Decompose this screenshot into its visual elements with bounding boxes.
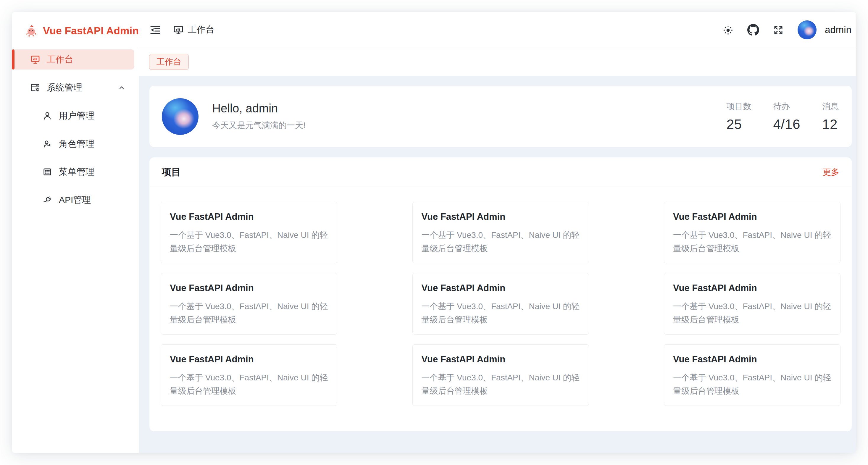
breadcrumb-label: 工作台	[188, 24, 215, 36]
project-description: 一个基于 Vue3.0、FastAPI、Naive UI 的轻量级后台管理模板	[673, 229, 831, 255]
theme-sun-icon[interactable]	[722, 24, 734, 35]
workbench-monitor-icon	[173, 25, 184, 35]
sidebar-item-label: 菜单管理	[59, 166, 94, 178]
stat-label: 消息	[822, 101, 839, 112]
project-title: Vue FastAPI Admin	[170, 283, 328, 293]
projects-grid: Vue FastAPI Admin 一个基于 Vue3.0、FastAPI、Na…	[149, 187, 852, 431]
project-card[interactable]: Vue FastAPI Admin 一个基于 Vue3.0、FastAPI、Na…	[664, 344, 840, 406]
user-avatar[interactable]	[798, 21, 816, 39]
sidebar-menu: 工作台 系统管理 用户管理 角色管理 菜单管理 API管理	[12, 50, 139, 210]
project-title: Vue FastAPI Admin	[673, 212, 831, 222]
projects-card: 项目 更多 Vue FastAPI Admin 一个基于 Vue3.0、Fast…	[149, 157, 852, 431]
role-icon	[42, 139, 52, 149]
sidebar-item-label: 角色管理	[59, 138, 94, 150]
tag-workbench[interactable]: 工作台	[149, 54, 189, 70]
workbench-monitor-icon	[30, 55, 40, 64]
stats: 项目数 25 待办 4/16 消息 12	[726, 101, 839, 132]
sidebar-item-label: 工作台	[47, 54, 73, 66]
chevron-up-icon[interactable]	[117, 83, 126, 92]
sidebar-item-roles[interactable]: 角色管理	[12, 134, 134, 154]
stat-messages: 消息 12	[822, 101, 839, 132]
sidebar-item-label: 系统管理	[47, 82, 82, 94]
project-card[interactable]: Vue FastAPI Admin 一个基于 Vue3.0、FastAPI、Na…	[412, 344, 589, 406]
tag-bar: 工作台	[139, 48, 856, 76]
stat-value: 4/16	[773, 116, 800, 132]
project-description: 一个基于 Vue3.0、FastAPI、Naive UI 的轻量级后台管理模板	[170, 300, 328, 327]
project-title: Vue FastAPI Admin	[422, 212, 580, 222]
projects-header: 项目 更多	[149, 157, 852, 187]
user-avatar-large	[162, 98, 198, 135]
stat-value: 25	[726, 116, 751, 132]
sidebar-item-api[interactable]: API管理	[12, 190, 134, 210]
project-description: 一个基于 Vue3.0、FastAPI、Naive UI 的轻量级后台管理模板	[673, 371, 831, 398]
header: 工作台 admin	[139, 12, 856, 48]
project-card[interactable]: Vue FastAPI Admin 一个基于 Vue3.0、FastAPI、Na…	[412, 202, 589, 263]
project-card[interactable]: Vue FastAPI Admin 一个基于 Vue3.0、FastAPI、Na…	[412, 273, 589, 335]
stat-label: 项目数	[726, 101, 751, 112]
fullscreen-icon[interactable]	[773, 24, 784, 35]
stat-projects: 项目数 25	[726, 101, 751, 132]
stat-todos: 待办 4/16	[773, 101, 800, 132]
api-plug-icon	[42, 195, 52, 205]
project-title: Vue FastAPI Admin	[673, 283, 831, 293]
project-card[interactable]: Vue FastAPI Admin 一个基于 Vue3.0、FastAPI、Na…	[664, 202, 840, 263]
project-description: 一个基于 Vue3.0、FastAPI、Naive UI 的轻量级后台管理模板	[422, 371, 580, 398]
greeting-subtitle: 今天又是元气满满的一天!	[212, 120, 306, 131]
user-icon	[42, 111, 52, 121]
project-card[interactable]: Vue FastAPI Admin 一个基于 Vue3.0、FastAPI、Na…	[161, 273, 337, 335]
username[interactable]: admin	[825, 24, 851, 35]
project-description: 一个基于 Vue3.0、FastAPI、Naive UI 的轻量级后台管理模板	[422, 300, 580, 327]
project-title: Vue FastAPI Admin	[170, 212, 328, 222]
collapse-sidebar-icon[interactable]	[149, 24, 161, 36]
project-description: 一个基于 Vue3.0、FastAPI、Naive UI 的轻量级后台管理模板	[422, 229, 580, 255]
project-card[interactable]: Vue FastAPI Admin 一个基于 Vue3.0、FastAPI、Na…	[664, 273, 840, 335]
app-title: Vue FastAPI Admin	[43, 25, 139, 37]
app-logo[interactable]: Vue FastAPI Admin	[12, 12, 139, 50]
project-title: Vue FastAPI Admin	[170, 354, 328, 365]
chick-logo-icon	[25, 22, 38, 40]
sidebar-item-label: 用户管理	[59, 110, 94, 122]
github-icon[interactable]	[747, 24, 759, 36]
system-settings-icon	[30, 83, 40, 93]
sidebar-item-users[interactable]: 用户管理	[12, 105, 134, 126]
project-title: Vue FastAPI Admin	[422, 283, 580, 293]
project-card[interactable]: Vue FastAPI Admin 一个基于 Vue3.0、FastAPI、Na…	[161, 202, 337, 263]
active-indicator	[12, 50, 14, 69]
stat-value: 12	[822, 116, 839, 132]
header-actions: admin	[722, 21, 851, 39]
greeting-title: Hello, admin	[212, 102, 306, 115]
sidebar-item-workbench[interactable]: 工作台	[12, 50, 134, 69]
greeting-text: Hello, admin 今天又是元气满满的一天!	[212, 102, 306, 131]
menu-list-icon	[42, 167, 52, 177]
greeting-card: Hello, admin 今天又是元气满满的一天! 项目数 25 待办 4/16…	[149, 86, 852, 147]
app-window: Vue FastAPI Admin 工作台 系统管理 用户管理 角色管理	[12, 12, 856, 453]
project-title: Vue FastAPI Admin	[673, 354, 831, 365]
breadcrumb[interactable]: 工作台	[173, 24, 215, 36]
projects-title: 项目	[162, 166, 181, 179]
sidebar-item-label: API管理	[59, 194, 91, 206]
project-description: 一个基于 Vue3.0、FastAPI、Naive UI 的轻量级后台管理模板	[673, 300, 831, 327]
sidebar-item-menus[interactable]: 菜单管理	[12, 162, 134, 182]
project-description: 一个基于 Vue3.0、FastAPI、Naive UI 的轻量级后台管理模板	[170, 371, 328, 398]
more-link[interactable]: 更多	[823, 166, 839, 178]
project-card[interactable]: Vue FastAPI Admin 一个基于 Vue3.0、FastAPI、Na…	[161, 344, 337, 406]
sidebar: Vue FastAPI Admin 工作台 系统管理 用户管理 角色管理	[12, 12, 139, 453]
page-content: Hello, admin 今天又是元气满满的一天! 项目数 25 待办 4/16…	[139, 76, 856, 453]
stat-label: 待办	[773, 101, 800, 112]
sidebar-item-system[interactable]: 系统管理	[12, 78, 134, 98]
project-description: 一个基于 Vue3.0、FastAPI、Naive UI 的轻量级后台管理模板	[170, 229, 328, 255]
main-area: 工作台 admin 工作台 Hello, admin 今天又是元气满满的一天!	[139, 12, 856, 453]
project-title: Vue FastAPI Admin	[422, 354, 580, 365]
